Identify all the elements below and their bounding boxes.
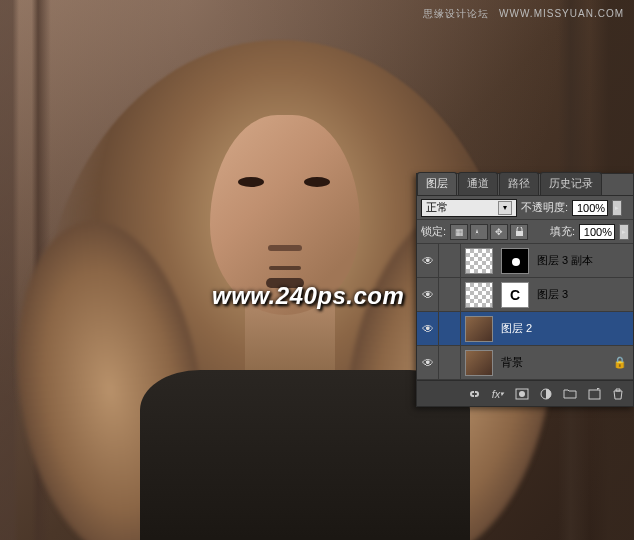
fill-input[interactable]: 100% (579, 224, 615, 240)
lock-buttons: ▦ ✥ (450, 224, 528, 240)
visibility-toggle[interactable]: 👁 (417, 244, 439, 277)
tab-history[interactable]: 历史记录 (540, 172, 602, 195)
layers-list: 👁图层 3 副本👁图层 3👁图层 2👁背景🔒 (417, 244, 633, 380)
panel-tabs: 图层 通道 路径 历史记录 (417, 174, 633, 196)
tab-channels[interactable]: 通道 (458, 172, 498, 195)
lock-pixels-button[interactable] (470, 224, 488, 240)
svg-rect-4 (589, 390, 600, 399)
svg-point-2 (519, 391, 525, 397)
layer-thumbnail[interactable] (501, 248, 529, 274)
panel-footer: fx▾ (417, 380, 633, 406)
layer-name[interactable]: 图层 3 (533, 287, 633, 302)
layer-row[interactable]: 👁背景🔒 (417, 346, 633, 380)
chevron-down-icon: ▾ (498, 201, 512, 215)
link-column (439, 244, 461, 277)
layer-name[interactable]: 图层 2 (497, 321, 633, 336)
add-mask-button[interactable] (511, 384, 533, 404)
link-column (439, 278, 461, 311)
group-button[interactable] (559, 384, 581, 404)
visibility-toggle[interactable]: 👁 (417, 312, 439, 345)
svg-rect-0 (516, 231, 523, 236)
lock-all-button[interactable] (510, 224, 528, 240)
fill-arrow-icon[interactable]: ▸ (619, 224, 629, 240)
blend-opacity-row: 正常 ▾ 不透明度: 100% ▸ (417, 196, 633, 220)
tab-paths[interactable]: 路径 (499, 172, 539, 195)
tab-layers[interactable]: 图层 (417, 172, 457, 195)
lock-position-button[interactable]: ✥ (490, 224, 508, 240)
layer-name[interactable]: 图层 3 副本 (533, 253, 633, 268)
adjustment-layer-button[interactable] (535, 384, 557, 404)
lock-label: 锁定: (421, 224, 446, 239)
visibility-toggle[interactable]: 👁 (417, 278, 439, 311)
layer-row[interactable]: 👁图层 2 (417, 312, 633, 346)
layer-thumbnail[interactable] (465, 248, 493, 274)
layer-row[interactable]: 👁图层 3 副本 (417, 244, 633, 278)
lock-transparency-button[interactable]: ▦ (450, 224, 468, 240)
delete-layer-button[interactable] (607, 384, 629, 404)
link-column (439, 312, 461, 345)
watermark-center: www.240ps.com (212, 282, 404, 310)
watermark-top: 思缘设计论坛 WWW.MISSYUAN.COM (417, 6, 624, 21)
link-layers-button[interactable] (463, 384, 485, 404)
layer-thumbnail[interactable] (465, 282, 493, 308)
blend-mode-value: 正常 (426, 200, 448, 215)
opacity-label: 不透明度: (521, 200, 568, 215)
lock-icon: 🔒 (613, 356, 627, 369)
blend-mode-select[interactable]: 正常 ▾ (421, 199, 517, 217)
opacity-input[interactable]: 100% (572, 200, 608, 216)
watermark-top-main: 思缘设计论坛 (423, 8, 489, 19)
new-layer-button[interactable] (583, 384, 605, 404)
layer-thumbnail[interactable] (465, 350, 493, 376)
visibility-toggle[interactable]: 👁 (417, 346, 439, 379)
lock-fill-row: 锁定: ▦ ✥ 填充: 100% ▸ (417, 220, 633, 244)
link-column (439, 346, 461, 379)
watermark-top-sub: WWW.MISSYUAN.COM (499, 8, 624, 19)
layer-thumbnail[interactable] (501, 282, 529, 308)
layer-name[interactable]: 背景 (497, 355, 613, 370)
layer-row[interactable]: 👁图层 3 (417, 278, 633, 312)
fill-label: 填充: (550, 224, 575, 239)
fx-button[interactable]: fx▾ (487, 384, 509, 404)
layers-panel: 图层 通道 路径 历史记录 正常 ▾ 不透明度: 100% ▸ 锁定: ▦ ✥ … (416, 173, 634, 407)
layer-thumbnail[interactable] (465, 316, 493, 342)
opacity-arrow-icon[interactable]: ▸ (612, 200, 622, 216)
